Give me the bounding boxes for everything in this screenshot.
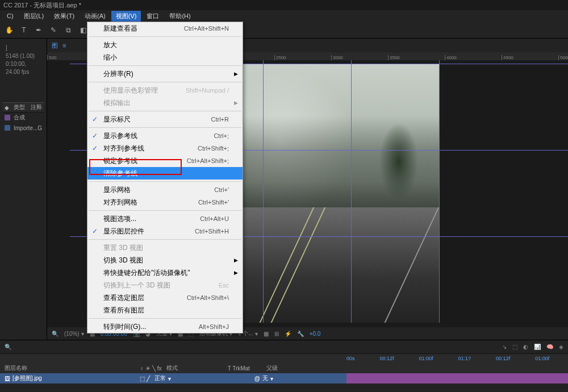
menu-item[interactable]: 分辨率(R)▶ — [87, 68, 243, 80]
magnify-icon[interactable]: 🔍 — [52, 331, 59, 337]
draft3d-icon[interactable]: ◈ — [559, 344, 563, 350]
menu-item-label: 查看选定图层 — [103, 293, 144, 303]
menu-item-label: 显示图层控件 — [103, 227, 144, 236]
timeline-layer-row[interactable]: 🖼[参照图].jpg ⬚ ╱ 正常 ▾ @ 无 ▾ — [0, 373, 568, 383]
guide-vertical[interactable] — [263, 60, 264, 323]
menu-item[interactable]: 新建查看器Ctrl+Alt+Shift+N — [87, 22, 243, 35]
menu-item[interactable]: ✓对齐到参考线Ctrl+Shift+; — [87, 142, 243, 155]
tag-icon[interactable]: ◆ — [5, 105, 10, 111]
menu-item[interactable]: 视图选项...Ctrl+Alt+U — [87, 212, 243, 225]
shortcut-text: Alt+Shift+J — [199, 323, 229, 330]
menu-item[interactable]: 将快捷键分配给"活动摄像机"▶ — [87, 266, 243, 279]
shy-icon[interactable]: ↘ — [502, 344, 507, 350]
guide-vertical[interactable] — [439, 60, 440, 323]
project-item[interactable]: Importe...G — [2, 123, 44, 133]
col-layer-name[interactable]: 图层名称 — [5, 364, 135, 372]
project-item[interactable]: 合成 — [2, 112, 44, 123]
menu-item-label: 视图选项... — [103, 214, 136, 224]
clone-tool-icon[interactable]: ⧉ — [62, 24, 74, 36]
time-tick: 01:1? — [458, 356, 471, 361]
fast-preview-icon[interactable]: ⚡ — [285, 331, 291, 337]
menu-item[interactable]: 锁定参考线Ctrl+Alt+Shift+; — [87, 155, 243, 167]
guide-vertical[interactable] — [351, 60, 352, 323]
col-parent[interactable]: 父级 — [266, 364, 323, 372]
timeline-ruler[interactable]: 00s00:12f01:00f01:1?00:12f01:00f01:1?00:… — [0, 354, 568, 363]
layer-name: [参照图].jpg — [12, 374, 42, 382]
menu-item[interactable]: 缩小 — [87, 51, 243, 64]
graph-icon[interactable]: 📊 — [534, 344, 541, 350]
menu-item-label: 锁定参考线 — [103, 156, 137, 166]
toolbar: ✋ T ✒ ✎ ⧉ ◧ 📌 — [0, 22, 568, 39]
menu-separator — [89, 181, 241, 182]
menu-item[interactable]: 图层(L) — [19, 11, 48, 22]
type-tool-icon[interactable]: T — [18, 24, 30, 36]
col-comment[interactable]: 注释 — [31, 103, 42, 111]
menu-item[interactable]: 查看所有图层 — [87, 304, 243, 316]
menu-item[interactable]: 清除参考线 — [87, 167, 243, 180]
shortcut-text: Shift+Numpad / — [186, 87, 229, 94]
menu-item[interactable]: 查看选定图层Ctrl+Alt+Shift+\ — [87, 291, 243, 304]
menu-item-label: 对齐到参考线 — [103, 144, 144, 153]
menu-item[interactable]: ✓显示图层控件Ctrl+Shift+H — [87, 225, 243, 237]
time-tick: 01:00f — [419, 356, 433, 361]
menu-item-label: 放大 — [103, 40, 117, 50]
menu-item[interactable]: 放大 — [87, 39, 243, 51]
brain-icon[interactable]: 🧠 — [546, 344, 553, 350]
menu-item-label: 重置 3D 视图 — [103, 243, 143, 253]
menu-icon[interactable]: ≡ — [62, 42, 66, 49]
project-info: ] 5148 (1.00) 0:10:00, 24.00 fps — [2, 41, 44, 80]
menu-item[interactable]: 对齐到网格Ctrl+Shift+' — [87, 196, 243, 208]
view-options-icon[interactable]: ▦ — [264, 331, 269, 337]
menu-item[interactable]: 窗口 — [142, 11, 164, 22]
project-name: ] — [6, 44, 41, 52]
exposure-control[interactable]: +0.0 — [310, 331, 321, 337]
parent-dropdown[interactable]: 无 — [262, 374, 268, 382]
menu-separator — [89, 318, 241, 319]
menu-item[interactable]: ✓显示参考线Ctrl+; — [87, 130, 243, 142]
shortcut-text: Ctrl+Alt+Shift+\ — [187, 294, 229, 301]
brush-tool-icon[interactable]: ✎ — [48, 24, 59, 36]
menu-item: 模拟输出▶ — [87, 97, 243, 109]
menu-item[interactable]: 转到时间(G)...Alt+Shift+J — [87, 320, 243, 333]
timeline-columns-header: 图层名称 ♀ ☀ ╲ fx 模式 T TrkMat 父级 — [0, 363, 568, 373]
shortcut-text: Ctrl+' — [214, 186, 229, 193]
menu-item[interactable]: 显示网格Ctrl+' — [87, 184, 243, 196]
submenu-arrow-icon: ▶ — [234, 100, 238, 106]
time-tick: 00:12f — [380, 356, 394, 361]
menu-item: 重置 3D 视图 — [87, 241, 243, 254]
menu-item-label: 切换 3D 视图 — [103, 256, 143, 265]
frame-blend-icon[interactable]: ⬚ — [512, 344, 517, 350]
item-label: 合成 — [14, 114, 25, 122]
menu-item[interactable]: 动画(A) — [80, 11, 110, 22]
menu-item-label: 显示标尺 — [103, 115, 131, 124]
blend-mode-dropdown[interactable]: 正常 — [154, 374, 166, 382]
menu-item[interactable]: 帮助(H) — [165, 11, 195, 22]
motion-blur-icon[interactable]: ◐ — [523, 344, 528, 350]
menu-item[interactable]: 视图(V) — [111, 11, 141, 22]
menu-item[interactable]: ✓显示标尺Ctrl+R — [87, 113, 243, 126]
col-switches[interactable]: ♀ ☀ ╲ fx — [140, 365, 162, 372]
check-icon: ✓ — [92, 144, 98, 152]
zoom-dropdown[interactable]: (10%) ▾ — [64, 331, 84, 337]
search-icon[interactable]: 🔍 — [5, 344, 11, 350]
col-mode[interactable]: 模式 — [166, 364, 223, 372]
pixel-aspect-icon[interactable]: ⊞ — [274, 331, 279, 337]
col-trkmat[interactable]: T TrkMat — [228, 365, 262, 372]
menu-item[interactable]: 效果(T) — [49, 11, 79, 22]
shortcut-text: Esc — [219, 282, 229, 289]
menu-item-label: 转到时间(G)... — [103, 322, 146, 332]
switches[interactable]: ⬚ ╱ — [140, 376, 150, 382]
menu-item[interactable]: C) — [2, 11, 18, 20]
project-duration: 0:10:00, 24.00 fps — [6, 60, 41, 76]
submenu-arrow-icon: ▶ — [234, 270, 238, 276]
menu-item-label: 缩小 — [103, 53, 117, 62]
pen-tool-icon[interactable]: ✒ — [33, 24, 44, 36]
col-type[interactable]: 类型 — [14, 103, 25, 111]
wrench-icon[interactable]: 🔧 — [297, 331, 304, 337]
menu-item-label: 查看所有图层 — [103, 306, 144, 315]
pickwhip-icon[interactable]: @ — [254, 376, 260, 382]
menu-item[interactable]: 切换 3D 视图▶ — [87, 254, 243, 266]
hand-tool-icon[interactable]: ✋ — [3, 24, 15, 36]
time-tick: 00s — [346, 356, 355, 361]
menu-item-label: 分辨率(R) — [103, 69, 133, 79]
